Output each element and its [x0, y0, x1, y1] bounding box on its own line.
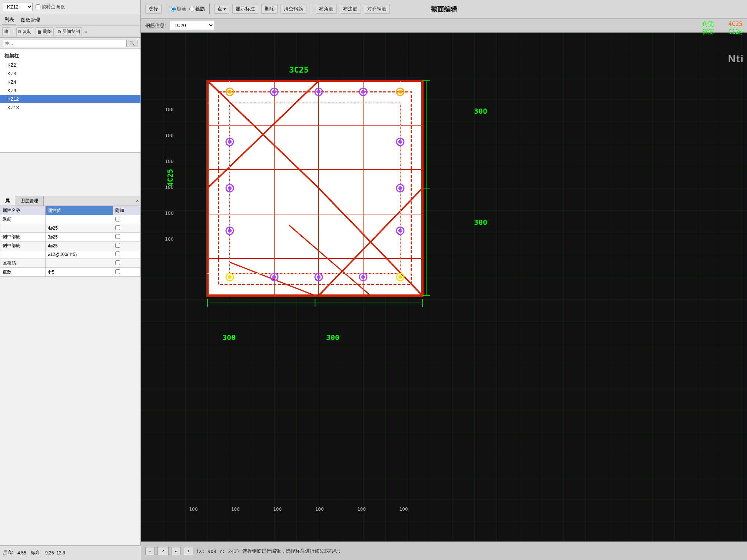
rotate-checkbox[interactable] [36, 4, 40, 9]
steel-info-row: 钢筋信息: 1C20 [141, 19, 747, 33]
svg-point-34 [228, 186, 232, 190]
prop-value: 4⌀25 [45, 224, 113, 233]
toolbar-separator [166, 3, 166, 14]
cad-canvas[interactable]: Nti 3C25 4C25 300 300 300 300 [141, 33, 747, 541]
table-row: ⌀12@100(4*5) [0, 250, 140, 259]
left-status-bar: 层高: 4.55 标高: 9.25~13.8 [0, 545, 141, 560]
prop-value: ⌀12@100(4*5) [45, 250, 113, 259]
prop-extra [113, 215, 140, 224]
svg-point-32 [228, 140, 232, 144]
svg-point-52 [398, 275, 402, 279]
search-button[interactable]: 🔍 [127, 40, 137, 47]
ruler-mark: 100 [315, 506, 323, 512]
snap-btn-2[interactable]: ⟋ [157, 547, 169, 555]
height-label: 层高: [3, 550, 13, 556]
prop-value: 4⌀25 [45, 241, 113, 250]
dim-right-bottom: 300 [474, 218, 487, 227]
build-toolbar: 建 · ⧉ 复制 🗑 删除 ⧉ 层间复制 » [0, 26, 140, 38]
search-input[interactable] [3, 40, 127, 47]
corner-info: 角筋 4C25 箍筋 C12@ [702, 20, 743, 36]
ruler-mark: 100 [231, 506, 239, 512]
dim-right-top: 300 [474, 107, 487, 116]
prop-value: 4*5 [45, 268, 113, 277]
tree-item-kz2[interactable]: KZ2 [0, 61, 140, 69]
tabs-list-label[interactable]: 列表 [2, 16, 16, 24]
svg-point-48 [317, 275, 321, 279]
elevation-value: 9.25~13.8 [45, 550, 65, 556]
display-button[interactable]: 显示标注 [232, 4, 258, 14]
col-header-name: 属性名称 [0, 206, 46, 215]
steel-info-select[interactable]: 1C20 [170, 21, 214, 30]
left-toolbar: 列表 图纸管理 [0, 14, 140, 26]
trash-icon: 🗑 [37, 29, 42, 34]
align-button[interactable]: 对齐钢筋 [364, 4, 390, 14]
prop-value: 3⌀25 [45, 233, 113, 241]
snap-btn-3[interactable]: ⌐ [172, 547, 181, 555]
ruler-mark: 100 [165, 133, 173, 138]
copy-button[interactable]: ⧉ 复制 [16, 27, 33, 36]
cad-delete-button[interactable]: 删除 [261, 4, 278, 14]
svg-rect-0 [208, 81, 422, 296]
tab-layer-mgmt[interactable]: 图层管理 [15, 196, 44, 206]
kz-dropdown[interactable]: KZ12 [3, 3, 33, 11]
ruler-mark: 100 [273, 506, 282, 512]
properties-table: 属性名称 属性值 附加 纵筋 4⌀25 侧中部筋 3⌀2 [0, 206, 140, 277]
snap-btn-1[interactable]: ⌐ [145, 547, 155, 555]
build-button[interactable]: 建 [2, 27, 10, 36]
rotate-checkbox-label[interactable]: 旋转点 角度 [36, 4, 65, 10]
point-button[interactable]: 点 ▾ [214, 4, 229, 14]
copy-layer-button[interactable]: ⧉ 层间复制 [56, 27, 82, 36]
coords-display: (X: 909 Y: 243) [196, 549, 239, 554]
corner-button[interactable]: 布角筋 [316, 4, 337, 14]
tabs-drawing-label[interactable]: 图纸管理 [19, 16, 42, 24]
tree-item-kz4[interactable]: KZ4 [0, 78, 140, 86]
svg-point-50 [361, 275, 365, 279]
toolbar-separator-2 [209, 3, 210, 14]
svg-point-38 [398, 140, 402, 144]
tab-properties[interactable]: 属 [0, 196, 15, 206]
dropdown-arrow-icon: ▾ [223, 6, 226, 12]
side-button[interactable]: 布边筋 [340, 4, 361, 14]
table-row: 区箍筋 [0, 259, 140, 268]
longitudinal-radio[interactable] [171, 7, 176, 11]
svg-point-30 [398, 90, 402, 94]
toolbar-separator-3 [311, 3, 311, 14]
tree-item-kz13[interactable]: KZ13 [0, 103, 140, 112]
cad-title: 截面编辑 [141, 0, 747, 19]
clear-button[interactable]: 清空钢筋 [280, 4, 306, 14]
steel-info-label: 钢筋信息: [145, 22, 166, 29]
ruler-mark: 100 [165, 210, 173, 216]
ruler-mark: 100 [357, 506, 366, 512]
svg-point-42 [398, 229, 402, 233]
table-row: 侧中部筋 3⌀25 [0, 233, 140, 241]
ruler-bottom: 100 100 100 100 100 100 [189, 506, 408, 512]
delete-button[interactable]: 🗑 删除 [36, 27, 54, 36]
prop-name [0, 250, 46, 259]
close-button[interactable]: × [136, 198, 139, 204]
tree-item-kz9[interactable]: KZ9 [0, 86, 140, 95]
stirrup-radio[interactable] [189, 7, 194, 11]
prop-name: 皮数 [0, 268, 46, 277]
ruler-mark: 100 [165, 107, 173, 112]
col-header-value: 属性值 [45, 206, 113, 215]
select-button[interactable]: 选择 [145, 4, 162, 14]
prop-extra [113, 241, 140, 250]
stirrup-radio-label[interactable]: 箍筋 [189, 6, 205, 12]
label-3c25-top: 3C25 [289, 65, 309, 74]
elevation-label: 标高: [31, 550, 41, 556]
col-header-extra: 附加 [113, 206, 140, 215]
tree-item-kz3[interactable]: KZ3 [0, 69, 140, 78]
prop-name: 侧中部筋 [0, 241, 46, 250]
tree-item-kz12[interactable]: KZ12 [0, 95, 140, 103]
cad-area: 截面编辑 选择 纵筋 箍筋 点 ▾ 显示标注 删除 清空钢筋 布角筋 布边筋 对… [141, 0, 747, 560]
height-value: 4.55 [17, 550, 26, 556]
ruler-mark: 100 [165, 184, 173, 190]
svg-point-40 [398, 186, 402, 190]
prop-name: 区箍筋 [0, 259, 46, 268]
layer-copy-icon: ⧉ [58, 29, 61, 34]
section-container: 3C25 4C25 300 300 300 300 [185, 55, 452, 321]
snap-btn-4[interactable]: + [184, 547, 193, 555]
longitudinal-radio-label[interactable]: 纵筋 [171, 6, 186, 12]
svg-point-36 [228, 229, 232, 233]
prop-name: 侧中部筋 [0, 233, 46, 241]
